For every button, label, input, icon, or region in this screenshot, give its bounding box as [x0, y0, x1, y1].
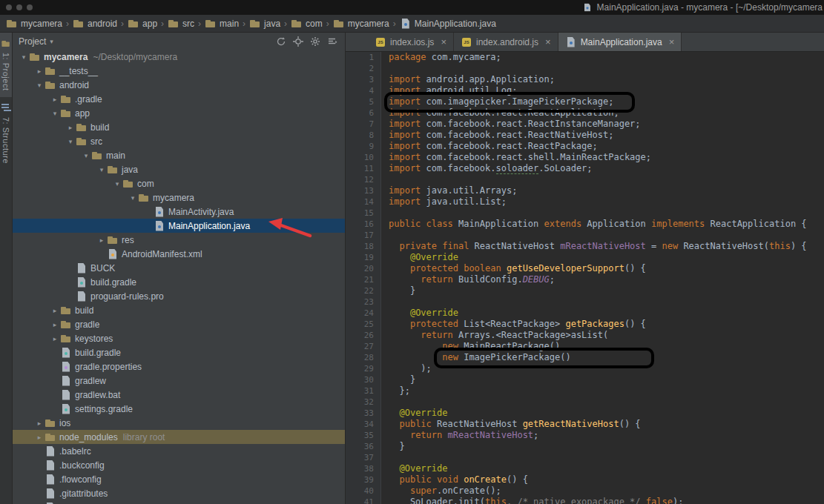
tool-button-7-structure[interactable]: 7: Structure: [0, 97, 12, 170]
code-text[interactable]: @Override: [381, 463, 447, 474]
code-text[interactable]: [381, 208, 389, 219]
line-number[interactable]: 28: [346, 352, 381, 363]
line-number[interactable]: 30: [346, 374, 381, 385]
code-text[interactable]: [381, 63, 389, 74]
line-number[interactable]: 17: [346, 230, 381, 241]
line-number[interactable]: 41: [346, 497, 381, 504]
chevron-right-icon[interactable]: ▸: [34, 434, 45, 441]
line-number[interactable]: 14: [346, 196, 381, 208]
code-text[interactable]: protected boolean getUseDeveloperSupport…: [381, 263, 646, 274]
line-number[interactable]: 12: [346, 174, 381, 185]
tree-item-item[interactable]: [13, 500, 345, 504]
chevron-right-icon[interactable]: ▸: [50, 307, 60, 314]
close-button[interactable]: [6, 4, 12, 10]
tree-item-build-gradle[interactable]: build.gradle: [13, 275, 345, 289]
code-text[interactable]: import android.app.Application;: [381, 74, 555, 85]
tab-mainapplication-java[interactable]: MainApplication.java×: [558, 33, 682, 51]
line-number[interactable]: 34: [346, 419, 381, 430]
code-text[interactable]: package com.mycamera;: [381, 52, 501, 63]
tree-item-androidmanifest-xml[interactable]: AndroidManifest.xml: [13, 247, 345, 261]
code-text[interactable]: [381, 397, 389, 408]
code-text[interactable]: public class MainApplication extends App…: [381, 219, 807, 230]
tree-item-gradlew-bat[interactable]: gradlew.bat: [13, 388, 345, 402]
chevron-right-icon[interactable]: ▸: [34, 67, 45, 75]
line-number[interactable]: 26: [346, 330, 381, 341]
code-text[interactable]: import android.util.Log;: [381, 85, 517, 96]
line-number[interactable]: 4: [346, 85, 381, 96]
tree-item-mycamera[interactable]: ▾mycamera: [13, 190, 345, 205]
line-number[interactable]: 15: [346, 208, 381, 219]
collapse-all-icon[interactable]: [327, 36, 337, 47]
code-text[interactable]: @Override: [381, 308, 458, 319]
code-text[interactable]: [381, 230, 389, 241]
code-text[interactable]: import com.facebook.soloader.SoLoader;: [381, 163, 593, 174]
breadcrumb-item-mainapplication-java[interactable]: MainApplication.java: [400, 18, 496, 30]
breadcrumb-item-src[interactable]: src: [168, 18, 194, 30]
breadcrumb-item-app[interactable]: app: [128, 18, 157, 30]
code-text[interactable]: import com.facebook.react.ReactApplicati…: [381, 107, 619, 119]
tree-item-gradle-properties[interactable]: gradle.properties: [13, 359, 345, 374]
line-number[interactable]: 13: [346, 185, 381, 196]
code-text[interactable]: };: [381, 385, 410, 397]
tab-close-icon[interactable]: ×: [441, 36, 446, 47]
line-number[interactable]: 10: [346, 152, 381, 163]
breadcrumb-item-android[interactable]: android: [73, 18, 117, 30]
tree-item-gradlew[interactable]: gradlew: [13, 374, 345, 388]
code-area[interactable]: 1package com.mycamera;23import android.a…: [346, 52, 824, 504]
tree-item-src[interactable]: ▾src: [13, 134, 345, 148]
line-number[interactable]: 7: [346, 119, 381, 130]
code-text[interactable]: @Override: [381, 252, 458, 263]
chevron-down-icon[interactable]: ▾: [128, 194, 138, 202]
line-number[interactable]: 25: [346, 319, 381, 330]
tree-item-java[interactable]: ▾java: [13, 162, 345, 176]
tool-button-1-project[interactable]: 1: Project: [0, 33, 12, 97]
line-number[interactable]: 6: [346, 107, 381, 119]
tab-index-android-js[interactable]: index.android.js×: [454, 33, 558, 51]
tree-item-gradle[interactable]: ▸gradle: [13, 317, 345, 331]
code-text[interactable]: import com.facebook.react.shell.MainReac…: [381, 152, 651, 163]
tree-item-babelrc[interactable]: .babelrc: [13, 444, 345, 458]
code-text[interactable]: import java.util.List;: [381, 196, 507, 208]
chevron-down-icon[interactable]: ▾: [50, 110, 60, 117]
tree-item-settings-gradle[interactable]: settings.gradle: [13, 402, 345, 416]
tree-item-mainapplication-java[interactable]: MainApplication.java: [13, 219, 345, 233]
refresh-icon[interactable]: [276, 36, 286, 47]
code-text[interactable]: import com.facebook.react.ReactNativeHos…: [381, 130, 613, 141]
breadcrumb-item-mycamera[interactable]: mycamera: [333, 18, 389, 30]
line-number[interactable]: 20: [346, 263, 381, 274]
tree-item-gitattributes[interactable]: .gitattributes: [13, 486, 345, 500]
code-text[interactable]: return mReactNativeHost;: [381, 430, 538, 441]
tab-close-icon[interactable]: ×: [669, 36, 675, 47]
tree-item-keystores[interactable]: ▸keystores: [13, 331, 345, 345]
code-text[interactable]: @Override: [381, 408, 447, 419]
chevron-right-icon[interactable]: ▸: [50, 335, 60, 342]
code-text[interactable]: return BuildConfig.DEBUG;: [381, 274, 555, 285]
code-text[interactable]: protected List<ReactPackage> getPackages…: [381, 319, 646, 330]
line-number[interactable]: 16: [346, 219, 381, 230]
chevron-right-icon[interactable]: ▸: [65, 124, 76, 131]
code-text[interactable]: }: [381, 441, 405, 452]
code-text[interactable]: public void onCreate() {: [381, 474, 528, 485]
line-number[interactable]: 33: [346, 408, 381, 419]
line-number[interactable]: 32: [346, 397, 381, 408]
tree-item-buckconfig[interactable]: .buckconfig: [13, 458, 345, 472]
line-number[interactable]: 11: [346, 163, 381, 174]
zoom-button[interactable]: [27, 4, 33, 10]
tab-index-ios-js[interactable]: index.ios.js×: [368, 33, 454, 51]
code-text[interactable]: import com.facebook.react.ReactInstanceM…: [381, 119, 641, 130]
chevron-right-icon[interactable]: ▸: [96, 236, 107, 244]
line-number[interactable]: 23: [346, 296, 381, 308]
code-text[interactable]: SoLoader.init(this, /* native exopackage…: [381, 497, 683, 504]
line-number[interactable]: 24: [346, 308, 381, 319]
tree-item-tests[interactable]: ▸__tests__: [13, 64, 345, 78]
code-text[interactable]: new MainReactPackage(),: [381, 341, 565, 352]
code-text[interactable]: import com.imagepicker.ImagePickerPackag…: [381, 96, 613, 107]
tree-item-build[interactable]: ▸build: [13, 303, 345, 317]
tree-item-gradle[interactable]: ▸.gradle: [13, 92, 345, 106]
line-number[interactable]: 39: [346, 474, 381, 485]
code-text[interactable]: super.onCreate();: [381, 485, 501, 497]
chevron-right-icon[interactable]: ▸: [50, 96, 60, 103]
tree-item-res[interactable]: ▸res: [13, 233, 345, 247]
chevron-down-icon[interactable]: ▾: [65, 138, 76, 145]
tree-item-mycamera[interactable]: ▾mycamera~/Desktop/mycamera: [13, 50, 345, 64]
